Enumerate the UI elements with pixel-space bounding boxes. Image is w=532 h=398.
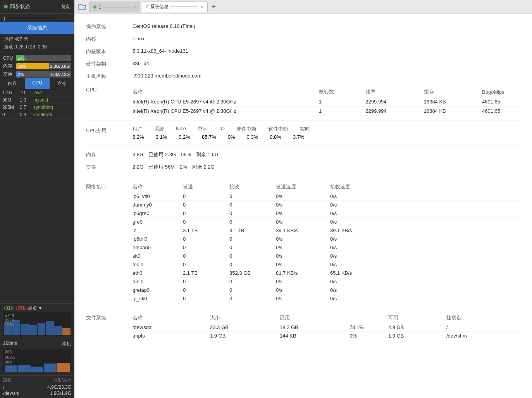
net-stats-row: ↑81K ↓65K eth0 ▼ xyxy=(3,305,71,311)
tab-1[interactable]: 1 —————— × xyxy=(89,2,140,12)
arch-label: 硬件架构 xyxy=(86,59,133,69)
net-row-sent: 2.1 TB xyxy=(183,270,229,276)
kernel-ver-value: 5.3.11-x86_64-linode131 xyxy=(133,47,520,57)
net-row-recv: 0 xyxy=(229,296,276,302)
process-table: 1.4G 10 java 98M 1.3 mysqld 285M 0.7 syn… xyxy=(0,89,74,303)
tab-mem[interactable]: 内存 xyxy=(0,78,25,89)
tab-2-label: 2 系统信息 —————— xyxy=(146,3,198,10)
cpu-v-nice: 0.2% xyxy=(179,134,190,140)
tab-2[interactable]: 2 系统信息 —————— × xyxy=(142,2,208,12)
cpu-row-cores: 1 xyxy=(319,107,365,116)
cpu-th-cache: 缓存 xyxy=(424,87,482,97)
net-row-sent: 0 xyxy=(183,236,229,242)
net-table-row: ip6tnl0 0 0 0/s 0/s xyxy=(133,235,520,243)
mem-section-label: 内存 xyxy=(86,150,133,160)
tab-1-close-icon[interactable]: × xyxy=(133,4,136,10)
disk-size-header: 可用/大小 xyxy=(53,377,71,383)
net-row-recv-speed: 0/s xyxy=(330,193,384,199)
arch-value: x86_64 xyxy=(133,59,520,69)
net-table-row: erspan0 0 0 0/s 0/s xyxy=(133,243,520,252)
net-if-section: 网络接口 名称 发送 接收 发送速度 接收速度 ip6_vti0 0 0 0/s… xyxy=(86,182,520,303)
mem-percent: 59% xyxy=(17,64,26,69)
main-content: 1 —————— × 2 系统信息 —————— × + 操作系统 CentOS… xyxy=(74,0,532,398)
cpu-usage-section: CPU占用 用户 系统 Nice 空闲 IO 硬件中断 软件中断 实时 6.2%… xyxy=(86,126,520,140)
proc-mem: 1.4G xyxy=(2,90,20,95)
net-table-row: tunl0 0 0 0/s 0/s xyxy=(133,277,520,286)
mem-section-value: 3.8G 已使用 2.3G 59% 剩余 1.6G xyxy=(133,150,520,160)
fs-th-avail: 可用 xyxy=(388,314,446,321)
net-table-row: teql0 0 0 0/s 0/s xyxy=(133,260,520,269)
tab-1-label: 1 —————— xyxy=(99,4,131,10)
net-th-sent: 发送 xyxy=(183,183,229,190)
net-row-recv: 0 xyxy=(229,210,276,216)
cpu-row-bogomips: 4601.65 xyxy=(482,107,520,116)
net-table-row: gretap0 0 0 0/s 0/s xyxy=(133,286,520,295)
fs-row-name: tmpfs xyxy=(133,333,210,339)
folder-icon[interactable] xyxy=(76,1,88,13)
tab-2-close-icon[interactable]: × xyxy=(200,4,203,10)
net-down-label: ↓65K xyxy=(15,305,26,311)
net-dropdown-icon[interactable]: ▼ xyxy=(38,305,43,311)
process-row: 285M 0.7 syncthing xyxy=(0,104,74,111)
sidebar-section-title: 系统信息 xyxy=(0,22,74,34)
fs-table-row: /dev/sda 23.3 GB 18.2 GB 78.1% 4.9 GB / xyxy=(133,323,520,332)
fs-row-size: 23.3 GB xyxy=(210,324,280,330)
net-row-send-speed: 0/s xyxy=(276,210,330,216)
sidebar-top: 同步状态 复制 xyxy=(0,0,74,14)
copy-button[interactable]: 复制 xyxy=(61,3,71,10)
net-row-sent: 0 xyxy=(183,210,229,216)
fs-row-pct: 0% xyxy=(350,333,388,339)
cpu-usage-label: CPU占用 xyxy=(86,126,133,136)
cpu-usage-h-user: 用户 xyxy=(133,126,143,133)
net-row-sent: 0 xyxy=(183,279,229,284)
sidebar-uptime: 运行 407 天 负载 0.28, 0.28, 0.36 xyxy=(0,34,74,54)
proc-cpu: 0.3 xyxy=(20,112,33,117)
net-row-send-speed: 0/s xyxy=(276,253,330,259)
fs-row-avail: 4.9 GB xyxy=(388,324,446,330)
process-tabs: 内存 CPU 命令 xyxy=(0,78,74,89)
net-row-recv: 0 xyxy=(229,219,276,225)
swap-section-value: 2.2G 已使用 56M 2% 剩余 2.2G xyxy=(133,162,520,172)
cpu-th-cores: 核心数 xyxy=(319,87,365,97)
load-label: 负载 0.28, 0.28, 0.36 xyxy=(4,44,71,50)
net-table-body: ip6_vti0 0 0 0/s 0/s dummy0 0 0 0/s 0/s … xyxy=(133,192,520,303)
net-th-recv-speed: 接收速度 xyxy=(330,183,384,190)
divider-3 xyxy=(86,177,520,177)
fs-th-mount: 挂载点 xyxy=(446,314,504,321)
net-row-send-speed: 0/s xyxy=(276,287,330,293)
net-row-send-speed: 0/s xyxy=(276,279,330,284)
proc-name: syncthing xyxy=(33,105,72,110)
net-row-recv-speed: 0/s xyxy=(330,210,384,216)
net-th-recv: 接收 xyxy=(229,183,276,190)
tab-cmd[interactable]: 命令 xyxy=(50,78,74,89)
cpu-table-row: Intel(R) Xeon(R) CPU E5-2697 v4 @ 2.30GH… xyxy=(133,107,520,116)
info-panel: 操作系统 CentOS release 6.10 (Final) 内核 Linu… xyxy=(74,14,532,398)
proc-mem: 0 xyxy=(2,112,20,117)
hostname-value: li900-223.members.linode.com xyxy=(133,71,520,81)
net-row-recv-speed: 0/s xyxy=(330,202,384,208)
divider-1 xyxy=(86,121,520,121)
swap-percent: 2% xyxy=(18,71,24,78)
cpu-row-name: Intel(R) Xeon(R) CPU E5-2697 v4 @ 2.30GH… xyxy=(133,107,319,116)
fs-row-size: 1.9 GB xyxy=(210,333,280,339)
tab-cpu[interactable]: CPU xyxy=(25,78,50,89)
cpu-row-cores: 1 xyxy=(319,97,365,107)
disk-size-1: 4.9G/23.3G xyxy=(47,384,71,390)
tab-add-button[interactable]: + xyxy=(208,2,219,12)
net-row-name: lo xyxy=(133,227,183,233)
proc-name: mysqld xyxy=(33,97,72,103)
cpu-usage-vals: 6.2% 3.1% 0.2% 85.7% 0% 0.3% 0.8% 3.7% xyxy=(133,134,520,140)
divider-4 xyxy=(86,308,520,308)
cpu-table-header-row: 名称 核心数 频率 缓存 BogoMips xyxy=(133,87,520,97)
net-table-header: 名称 发送 接收 发送速度 接收速度 xyxy=(133,182,520,192)
mem-value: 2.3G/3.8G xyxy=(50,63,70,69)
net-row-sent: 0 xyxy=(183,287,229,293)
cpu-usage-h-realtime: 实时 xyxy=(300,126,310,133)
net-row-sent: 0 xyxy=(183,262,229,267)
tab-bar: 1 —————— × 2 系统信息 —————— × + xyxy=(74,0,532,14)
proc-cpu: 0.7 xyxy=(20,105,33,110)
disk-row: / 4.9G/23.3G xyxy=(3,384,71,390)
kernel-value: Linux xyxy=(133,34,520,44)
latency-sublabel: 本机 xyxy=(62,341,71,347)
net-row-recv-speed: 0/s xyxy=(330,236,384,242)
